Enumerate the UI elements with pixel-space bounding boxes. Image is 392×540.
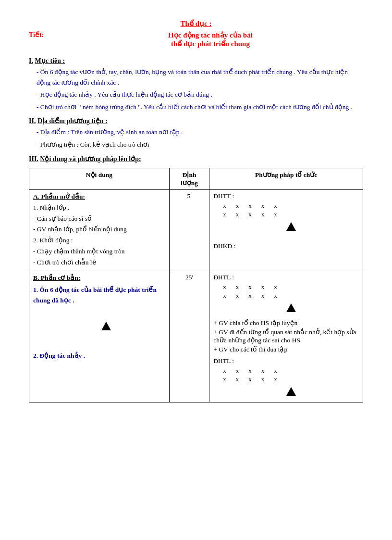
pp-b: ĐHTL : xxxxx xxxxx + GV chia tổ cho HS t…	[209, 271, 363, 402]
pp-item-1: + GV chia tổ cho HS tập luyện	[213, 319, 359, 327]
main-table: Nội dung Địnhlượng Phương pháp tổ chức A…	[29, 168, 363, 403]
col-header-noidung: Nội dung	[29, 168, 170, 189]
tiet-label: Tiết:	[29, 31, 58, 39]
pp-item-3: + GV cho các tổ thi đua tập	[213, 345, 359, 353]
col-header-dinhluong: Địnhlượng	[169, 168, 209, 189]
x-grid-1: xxxxx xxxxx	[223, 202, 359, 233]
pp-a: ĐHTT : xxxxx xxxxx ĐHKĐ :	[209, 189, 363, 271]
x-grid-3: xxxxx xxxxx	[223, 367, 359, 398]
row-a-content: 1. Nhận lớp . - Cán sự báo cáo sĩ số - G…	[33, 202, 165, 269]
table-row-b: B. Phần cơ bản: 1. Ôn 6 động tác của bài…	[29, 271, 363, 402]
section-i-header: I. Mục tiêu :	[29, 57, 363, 65]
section-iii-header: III. Nội dung và phương pháp lên lớp:	[29, 155, 363, 163]
row-b-item2: 2. Động tác nhảy .	[33, 352, 165, 360]
dhtl-label-1: ĐHTL :	[213, 274, 359, 281]
diadiem-1: - Địa điểm : Trên sân trường, vệ sinh an…	[29, 127, 363, 138]
x-grid-2: xxxxx xxxxx	[223, 283, 359, 314]
pp-item-2: + GV đi đến từng tổ quan sát nhắc nhở, k…	[213, 328, 359, 344]
diadiem-2: - Phương tiện : Còi, kẻ vạch cho trò chơ…	[29, 139, 363, 150]
muctieu-3: - Chơi trò chơi " ném bóng trúng đích ".…	[29, 102, 363, 113]
table-row-a: A. Phầm mở đầu: 1. Nhận lớp . - Cán sự b…	[29, 189, 363, 271]
dhtt-label: ĐHTT :	[213, 192, 359, 200]
dhkd-label: ĐHKĐ :	[213, 242, 359, 250]
row-b-content-1: 1. Ôn 6 động tác của bài thể dục phát tr…	[33, 285, 165, 305]
triangle-1	[286, 222, 296, 231]
section-b-title: B. Phần cơ bản:	[33, 274, 165, 282]
section-ii-header: II. Địa điểm phương tiện :	[29, 117, 363, 125]
dhtl-label-2: ĐHTL :	[213, 357, 359, 365]
time-a: 5'	[169, 189, 209, 271]
muctieu-2: - Học động tác nhảy . Yêu cầu thực hiện …	[29, 89, 363, 100]
triangle-3	[101, 322, 111, 330]
lesson-title: Học động tác nhảy của bài thể dục phát t…	[58, 31, 363, 48]
page-title: Thể dục :	[29, 19, 363, 28]
muctieu-1: - Ôn 6 động tác vươn thở, tay, chân, lườ…	[29, 67, 363, 88]
triangle-4	[286, 387, 296, 396]
section-a-title: A. Phầm mở đầu:	[33, 192, 165, 201]
triangle-2	[286, 303, 296, 312]
time-b: 25'	[169, 271, 209, 402]
col-header-phuongphap: Phương pháp tổ chức	[209, 168, 363, 189]
